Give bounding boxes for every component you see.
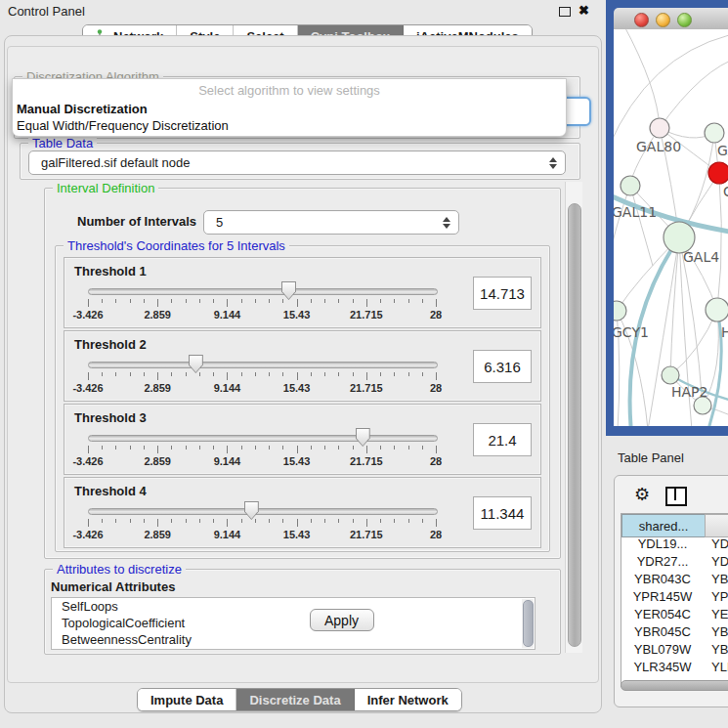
threshold-2-value-field[interactable]: 6.316 [473, 350, 532, 383]
threshold-1-slider[interactable] [88, 288, 438, 295]
slider-tick [338, 446, 339, 450]
slider-tick [171, 519, 172, 523]
slider-tick [311, 372, 312, 376]
table-row[interactable]: YDR27...YDR2 [621, 554, 728, 572]
slider-tick [115, 299, 116, 303]
network-window-titlebar[interactable] [614, 8, 728, 30]
network-node-label: GA [717, 143, 728, 158]
slider-ticks [88, 446, 436, 453]
node-right-top[interactable] [705, 123, 724, 143]
tab-impute-data-label: Impute Data [150, 693, 223, 707]
control-panel-titlebar: Control Panel ✖ [0, 0, 604, 21]
threshold-4-slider[interactable] [88, 508, 438, 515]
threshold-2-slider-handle[interactable] [189, 355, 203, 373]
node-gal80[interactable] [650, 118, 669, 138]
slider-tick [157, 446, 158, 453]
threshold-1-slider-handle[interactable] [281, 281, 296, 300]
threshold-2-slider[interactable] [88, 362, 438, 368]
threshold-1-value-field[interactable]: 14.713 [473, 277, 532, 310]
number-of-intervals-value: 5 [204, 215, 442, 230]
slider-tick [144, 519, 145, 523]
slider-tick [199, 446, 200, 450]
list-scrollbar-thumb[interactable] [523, 600, 534, 647]
table-row[interactable]: YER054CYER0 [621, 607, 728, 624]
slider-tick [88, 446, 89, 453]
slider-tick [269, 519, 270, 523]
algorithm-option-equal-width-frequency[interactable]: Equal Width/Frequency Discretization [15, 117, 564, 134]
cell-shared-name[interactable]: YDR27... [621, 554, 704, 569]
table-row[interactable]: YDL19...YDL1 [621, 536, 728, 554]
cell-name[interactable]: YBL0 [711, 642, 728, 657]
column-header-shared-name[interactable]: shared... [621, 514, 706, 537]
node-gal11[interactable] [621, 176, 640, 195]
slider-tick [130, 446, 131, 450]
minimize-traffic-light-icon[interactable] [656, 13, 670, 27]
threshold-3-value-field[interactable]: 21.4 [473, 423, 532, 456]
table-data-combobox[interactable]: galFiltered.sif default node [28, 150, 566, 175]
network-node-label: C [723, 184, 728, 199]
cell-shared-name[interactable]: YBR043C [621, 572, 704, 586]
slider-tick [213, 519, 214, 523]
slider-tick [255, 299, 256, 303]
close-icon[interactable]: ✖ [578, 3, 589, 18]
node-gcy1[interactable] [614, 301, 626, 321]
split-view-icon[interactable] [665, 487, 687, 506]
threshold-3-slider[interactable] [88, 435, 438, 442]
slider-tick [227, 372, 228, 380]
cell-shared-name[interactable]: YBR045C [621, 624, 704, 639]
column-header-name[interactable]: n [705, 514, 728, 537]
threshold-3-slider-handle[interactable] [356, 428, 370, 447]
threshold-1-panel: Threshold 1 -3.4262.8599.14415.4321.7152… [64, 257, 541, 328]
table-row[interactable]: YPR145WYPR1 [621, 589, 728, 607]
list-scrollbar[interactable] [522, 599, 534, 648]
list-item[interactable]: BetweennessCentrality [52, 631, 535, 648]
table-row[interactable]: YBR043CYBR0 [621, 572, 728, 589]
threshold-4-value-field[interactable]: 11.344 [473, 496, 532, 530]
combobox-spinner-icon [548, 157, 557, 169]
threshold-2-label: Threshold 2 [74, 337, 147, 352]
table-row[interactable]: YLR345WYLR3 [621, 660, 728, 677]
cell-shared-name[interactable]: YPR145W [621, 589, 704, 604]
float-window-icon[interactable] [559, 7, 571, 17]
cell-shared-name[interactable]: YER054C [621, 607, 704, 621]
cell-shared-name[interactable]: YDL19... [621, 536, 704, 551]
cell-name[interactable]: YBR0 [711, 624, 728, 639]
slider-tick [380, 372, 381, 376]
table-row[interactable]: YBL079WYBL0 [621, 642, 728, 660]
tab-impute-data[interactable]: Impute Data [138, 689, 236, 710]
number-of-intervals-label: Number of Intervals [77, 214, 196, 229]
node-hap2[interactable] [662, 366, 679, 384]
apply-button[interactable]: Apply [310, 609, 374, 631]
list-item[interactable]: SelfLoops [52, 598, 535, 615]
cell-shared-name[interactable]: YBL079W [621, 642, 704, 657]
list-item[interactable]: TopologicalCoefficient [52, 615, 535, 631]
cell-name[interactable]: YBR0 [711, 572, 728, 586]
node-right-mid[interactable] [706, 298, 728, 321]
algorithm-option-manual-discretization[interactable]: Manual Discretization [15, 101, 564, 117]
cell-name[interactable]: YDR2 [711, 554, 728, 569]
zoom-traffic-light-icon[interactable] [677, 13, 692, 27]
close-traffic-light-icon[interactable] [634, 13, 649, 27]
tab-discretize-data[interactable]: Discretize Data [236, 689, 354, 710]
slider-tick [186, 519, 187, 523]
network-canvas[interactable]: GAL80GACGAL11GAL4GCY1HHAP2 [614, 29, 728, 426]
tab-infer-network[interactable]: Infer Network [355, 689, 461, 710]
node-red-selected[interactable] [708, 162, 728, 184]
slider-tick [338, 299, 339, 303]
settings-scrollbar[interactable] [565, 182, 582, 653]
cell-shared-name[interactable]: YLR345W [621, 660, 704, 674]
slider-tick [324, 446, 325, 450]
number-of-intervals-combobox[interactable]: 5 [203, 210, 459, 235]
cell-name[interactable]: YPR1 [711, 589, 728, 604]
slider-tick [88, 372, 89, 380]
cell-name[interactable]: YER0 [711, 607, 728, 621]
settings-scrollbar-thumb[interactable] [568, 203, 581, 647]
table-row[interactable]: YBR045CYBR0 [621, 624, 728, 642]
cell-name[interactable]: YDL1 [711, 536, 728, 551]
table-horizontal-scrollbar-thumb[interactable] [621, 680, 728, 691]
algorithm-placeholder-option[interactable]: Select algorithm to view settings [13, 83, 566, 98]
cell-name[interactable]: YLR3 [711, 660, 728, 674]
gear-icon[interactable]: ⚙ [634, 484, 650, 505]
table-data-group-title: Table Data [28, 136, 97, 150]
threshold-4-slider-handle[interactable] [244, 501, 259, 520]
